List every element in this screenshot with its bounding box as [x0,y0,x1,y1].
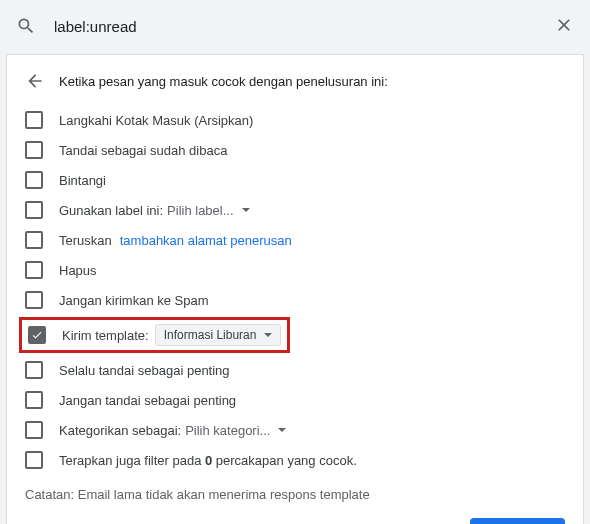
label-archive: Langkahi Kotak Masuk (Arsipkan) [59,113,253,128]
chevron-down-icon [278,428,286,432]
close-icon [554,15,574,35]
back-arrow-icon[interactable] [25,71,45,91]
label-mark-read: Tandai sebagai sudah dibaca [59,143,227,158]
checkbox-forward[interactable] [25,231,43,249]
chevron-down-icon [264,333,272,337]
search-query[interactable]: label:unread [54,18,554,35]
dropdown-apply-label[interactable]: Pilih label... [167,203,249,218]
checkbox-star[interactable] [25,171,43,189]
dropdown-send-template[interactable]: Informasi Liburan [155,324,282,346]
checkbox-always-important[interactable] [25,361,43,379]
clear-search-button[interactable] [554,15,574,38]
search-bar: label:unread [0,0,590,52]
panel-header: Ketika pesan yang masuk cocok dengan pen… [59,74,388,89]
checkbox-archive[interactable] [25,111,43,129]
highlight-send-template: Kirim template: Informasi Liburan [19,317,290,353]
check-icon [31,329,43,341]
checkbox-categorize[interactable] [25,421,43,439]
chevron-down-icon [242,208,250,212]
dropdown-categorize-text: Pilih kategori... [185,423,270,438]
label-never-important: Jangan tandai sebagai penting [59,393,236,408]
label-delete: Hapus [59,263,97,278]
label-forward: Teruskan [59,233,112,248]
checkbox-send-template[interactable] [28,326,46,344]
label-send-template: Kirim template: [62,328,149,343]
dropdown-send-template-text: Informasi Liburan [164,328,257,342]
filter-panel: Ketika pesan yang masuk cocok dengan pen… [6,54,584,524]
checkbox-delete[interactable] [25,261,43,279]
note-text: Catatan: Email lama tidak akan menerima … [25,487,565,502]
label-never-spam: Jangan kirimkan ke Spam [59,293,209,308]
checkbox-apply-label[interactable] [25,201,43,219]
checkbox-never-important[interactable] [25,391,43,409]
dropdown-categorize[interactable]: Pilih kategori... [185,423,286,438]
label-categorize: Kategorikan sebagai: [59,423,181,438]
search-icon [16,16,36,36]
dropdown-apply-label-text: Pilih label... [167,203,233,218]
checkbox-mark-read[interactable] [25,141,43,159]
create-filter-button[interactable]: Buat filter [470,518,565,524]
link-add-forwarding-address[interactable]: tambahkan alamat penerusan [120,233,292,248]
checkbox-never-spam[interactable] [25,291,43,309]
label-apply-label: Gunakan label ini: [59,203,163,218]
label-apply-existing: Terapkan juga filter pada 0 percakapan y… [59,453,357,468]
label-always-important: Selalu tandai sebagai penting [59,363,230,378]
label-star: Bintangi [59,173,106,188]
checkbox-apply-existing[interactable] [25,451,43,469]
